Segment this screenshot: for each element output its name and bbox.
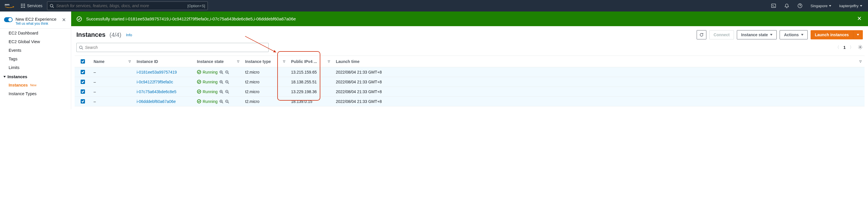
check-circle-icon [76, 16, 82, 22]
row-checkbox[interactable] [81, 70, 85, 74]
cell-launch-time: 2022/08/04 21:33 GMT+8 [333, 70, 865, 75]
table-row[interactable]: – i-0c94122f79f9efa0c Running t2.micro 1… [74, 77, 865, 87]
cell-launch-time: 2022/08/04 21:33 GMT+8 [333, 80, 865, 84]
gear-icon [858, 45, 863, 50]
svg-line-11 [53, 7, 54, 8]
svg-line-46 [222, 102, 223, 103]
col-public-ipv4[interactable]: Public IPv4 ...▽ [288, 59, 333, 64]
row-checkbox[interactable] [81, 89, 85, 94]
table-row[interactable]: – i-06dddebf60a67a06e Running t2.micro 1… [74, 97, 865, 106]
aws-logo[interactable]: aws [2, 3, 18, 9]
region-selector[interactable]: Singapore [807, 0, 835, 11]
row-checkbox[interactable] [81, 99, 85, 103]
sidebar-item[interactable]: Tags [0, 55, 71, 63]
svg-rect-4 [21, 5, 22, 6]
page-count: (4/4) [110, 32, 121, 38]
cell-instance-id[interactable]: i-07c75a643bde6c8e5 [134, 89, 194, 94]
cell-name: – [91, 80, 134, 84]
actions-button[interactable]: Actions [780, 30, 807, 40]
sidebar-item[interactable]: EC2 Dashboard [0, 29, 71, 37]
instances-search[interactable] [76, 43, 269, 52]
sidebar-item[interactable]: InstancesNew [0, 81, 71, 89]
sidebar-item[interactable]: EC2 Global View [0, 37, 71, 46]
sidebar-item[interactable]: Limits [0, 63, 71, 72]
svg-line-34 [228, 82, 229, 84]
cell-instance-state: Running [194, 70, 242, 75]
sidebar-item[interactable]: Instance Types [0, 89, 71, 98]
cell-instance-state: Running [194, 80, 242, 84]
zoom-in-icon[interactable] [219, 90, 223, 94]
cell-launch-time: 2022/08/04 21:33 GMT+8 [333, 99, 865, 104]
svg-point-19 [860, 46, 861, 48]
launch-instances-dropdown[interactable] [853, 30, 863, 40]
instance-state-button[interactable]: Instance state [737, 30, 777, 40]
cell-instance-id[interactable]: i-0c94122f79f9efa0c [134, 80, 194, 84]
svg-rect-8 [23, 7, 24, 8]
refresh-icon [699, 32, 704, 37]
page-title: Instances [76, 31, 105, 38]
cell-public-ipv4: 18.138.255.51 [288, 80, 333, 84]
new-badge: New [30, 83, 36, 87]
cell-instance-state: Running [194, 89, 242, 94]
cell-instance-type: t2.micro [242, 70, 288, 75]
cloudshell-button[interactable] [768, 0, 780, 11]
svg-point-17 [80, 46, 82, 48]
instances-table: Name▽ Instance ID Instance state▽ Instan… [74, 55, 865, 106]
notifications-button[interactable] [781, 0, 793, 11]
col-instance-type[interactable]: Instance type▽ [242, 59, 288, 64]
account-label: kaptenjeffry [839, 4, 859, 8]
help-button[interactable] [794, 0, 806, 11]
zoom-out-icon[interactable] [225, 100, 229, 103]
info-link[interactable]: Info [126, 33, 132, 37]
col-instance-id[interactable]: Instance ID [134, 59, 194, 64]
toggle-title: New EC2 Experience [16, 17, 57, 22]
zoom-in-icon[interactable] [219, 70, 223, 74]
svg-line-18 [82, 48, 83, 49]
select-all-checkbox[interactable] [81, 59, 85, 63]
cell-name: – [91, 70, 134, 75]
svg-line-50 [228, 102, 229, 103]
col-instance-state[interactable]: Instance state▽ [194, 59, 242, 64]
svg-line-26 [228, 73, 229, 74]
zoom-out-icon[interactable] [225, 70, 229, 74]
global-search-input[interactable] [56, 3, 185, 8]
cell-instance-id[interactable]: i-06dddebf60a67a06e [134, 99, 194, 104]
table-settings[interactable] [858, 45, 863, 51]
page-header: Instances (4/4) Info Connect Instance st… [71, 26, 868, 42]
account-menu[interactable]: kaptenjeffry [836, 0, 866, 11]
flash-dismiss[interactable] [856, 15, 863, 23]
zoom-in-icon[interactable] [219, 80, 223, 84]
table-header: Name▽ Instance ID Instance state▽ Instan… [74, 56, 865, 67]
table-row[interactable]: – i-07c75a643bde6c8e5 Running t2.micro 1… [74, 87, 865, 97]
connect-button[interactable]: Connect [709, 30, 734, 40]
toggle-sub[interactable]: Tell us what you think [16, 22, 57, 26]
flash-success: Successfully started i-0181ee53a99757419… [71, 11, 868, 26]
next-page[interactable]: 〉 [849, 45, 854, 50]
zoom-in-icon[interactable] [219, 100, 223, 103]
instances-search-input[interactable] [85, 45, 266, 50]
caret-down-icon [829, 5, 831, 7]
col-name[interactable]: Name▽ [91, 59, 134, 64]
close-icon[interactable]: × [61, 17, 67, 23]
row-checkbox[interactable] [81, 80, 85, 84]
new-experience-toggle[interactable] [4, 17, 12, 22]
page-number: 1 [843, 45, 846, 50]
sidebar-group-label: Instances [7, 74, 27, 79]
refresh-button[interactable] [696, 30, 706, 40]
caret-down-icon [801, 34, 803, 36]
global-search[interactable]: [Option+S] [47, 1, 208, 10]
launch-instances-button[interactable]: Launch instances [811, 30, 853, 40]
cell-instance-id[interactable]: i-0181ee53a99757419 [134, 70, 194, 75]
services-menu[interactable]: Services [18, 0, 45, 11]
search-shortcut: [Option+S] [187, 4, 205, 8]
services-label: Services [27, 3, 42, 8]
prev-page[interactable]: 〈 [835, 45, 839, 50]
sidebar-group-instances[interactable]: Instances [0, 72, 71, 81]
svg-text:aws: aws [5, 3, 9, 6]
zoom-out-icon[interactable] [225, 90, 229, 94]
zoom-out-icon[interactable] [225, 80, 229, 84]
sidebar-item[interactable]: Events [0, 46, 71, 55]
table-row[interactable]: – i-0181ee53a99757419 Running t2.micro 1… [74, 67, 865, 77]
col-launch-time[interactable]: Launch time▽ [333, 59, 865, 64]
cell-name: – [91, 99, 134, 104]
